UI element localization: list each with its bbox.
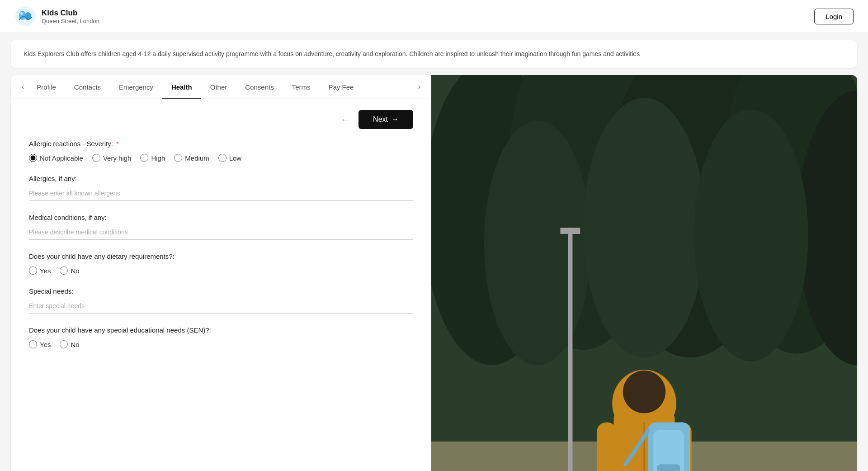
tabs-list: Profile Contacts Emergency Health Other … [28, 75, 414, 99]
dietary-section: Does your child have any dietary require… [29, 252, 413, 275]
severity-not-applicable[interactable]: Not Applicable [29, 154, 83, 162]
svg-rect-17 [568, 228, 572, 471]
severity-radio-group: Not Applicable Very high High Medium [29, 154, 413, 162]
severity-low-radio[interactable] [218, 154, 226, 162]
severity-low-label: Low [229, 154, 242, 162]
tab-profile[interactable]: Profile [28, 75, 65, 99]
dietary-yes-radio[interactable] [29, 266, 37, 275]
svg-point-12 [583, 98, 705, 358]
dietary-no-label: No [71, 267, 79, 275]
tab-pay-fee[interactable]: Pay Fee [320, 75, 363, 99]
tab-terms[interactable]: Terms [283, 75, 320, 99]
severity-very-high-radio[interactable] [92, 154, 100, 162]
right-panel [431, 75, 857, 471]
main-container: ‹ Profile Contacts Emergency Health Othe… [11, 75, 857, 471]
severity-not-applicable-label: Not Applicable [40, 154, 83, 162]
sen-label: Does your child have any special educati… [29, 326, 413, 334]
left-panel: ‹ Profile Contacts Emergency Health Othe… [11, 75, 431, 471]
logo-area: Kids Club Queen Street, London [14, 5, 99, 27]
form-area: ← Next → Allergic reactions - Severity: … [11, 99, 431, 471]
severity-medium-radio[interactable] [174, 154, 182, 162]
form-nav-row: ← Next → [29, 110, 413, 129]
svg-rect-23 [597, 423, 617, 471]
dietary-yes[interactable]: Yes [29, 266, 51, 275]
severity-not-applicable-radio[interactable] [29, 154, 37, 162]
severity-medium-label: Medium [185, 154, 209, 162]
special-needs-section: Special needs: [29, 287, 413, 314]
severity-medium[interactable]: Medium [174, 154, 209, 162]
severity-very-high[interactable]: Very high [92, 154, 132, 162]
dietary-yes-label: Yes [40, 267, 51, 275]
app-logo-icon [14, 5, 36, 27]
tabs-container: ‹ Profile Contacts Emergency Health Othe… [11, 75, 431, 99]
tab-consents[interactable]: Consents [236, 75, 283, 99]
svg-point-11 [484, 121, 591, 365]
dietary-no-radio[interactable] [60, 266, 68, 275]
forest-svg [431, 75, 857, 471]
dietary-radio-group: Yes No [29, 266, 413, 275]
tab-emergency[interactable]: Emergency [110, 75, 162, 99]
severity-high[interactable]: High [140, 154, 165, 162]
next-arrow-icon: → [392, 115, 399, 124]
allergic-severity-label: Allergic reactions - Severity: * [29, 140, 413, 147]
special-needs-input[interactable] [29, 299, 413, 314]
banner: Kids Explorers Club offers children aged… [11, 40, 857, 68]
severity-low[interactable]: Low [218, 154, 242, 162]
severity-high-label: High [151, 154, 165, 162]
svg-point-13 [694, 109, 808, 362]
tabs-next-arrow[interactable]: › [415, 79, 424, 95]
dietary-label: Does your child have any dietary require… [29, 252, 413, 260]
app-subtitle: Queen Street, London [42, 18, 99, 24]
sen-radio-group: Yes No [29, 340, 413, 348]
app-name: Kids Club [42, 9, 99, 18]
medical-conditions-label: Medical conditions, if any: [29, 214, 413, 221]
special-needs-label: Special needs: [29, 287, 413, 295]
banner-text: Kids Explorers Club offers children aged… [24, 50, 640, 57]
required-indicator: * [116, 140, 119, 147]
allergic-severity-section: Allergic reactions - Severity: * Not App… [29, 140, 413, 162]
header: Kids Club Queen Street, London Login [0, 0, 868, 33]
svg-point-21 [623, 371, 665, 413]
allergies-section: Allergies, if any: [29, 175, 413, 201]
sen-section: Does your child have any special educati… [29, 326, 413, 348]
allergies-label: Allergies, if any: [29, 175, 413, 182]
severity-very-high-label: Very high [103, 154, 132, 162]
login-button[interactable]: Login [814, 9, 854, 24]
allergies-input[interactable] [29, 186, 413, 201]
tab-other[interactable]: Other [201, 75, 236, 99]
medical-conditions-section: Medical conditions, if any: [29, 214, 413, 240]
tabs-prev-arrow[interactable]: ‹ [18, 79, 28, 95]
sen-no-radio[interactable] [60, 340, 68, 348]
forest-image [431, 75, 857, 471]
sen-yes-radio[interactable] [29, 340, 37, 348]
next-button-label: Next [373, 115, 388, 124]
svg-point-3 [20, 12, 23, 15]
back-button[interactable]: ← [337, 113, 353, 127]
svg-rect-18 [560, 228, 580, 233]
svg-rect-31 [657, 464, 680, 471]
tab-contacts[interactable]: Contacts [65, 75, 110, 99]
sen-yes[interactable]: Yes [29, 340, 51, 348]
dietary-no[interactable]: No [60, 266, 79, 275]
severity-high-radio[interactable] [140, 154, 148, 162]
next-button[interactable]: Next → [359, 110, 413, 129]
sen-no[interactable]: No [60, 340, 79, 348]
sen-no-label: No [71, 341, 79, 348]
header-text: Kids Club Queen Street, London [42, 9, 99, 24]
sen-yes-label: Yes [40, 341, 51, 348]
tab-health[interactable]: Health [162, 75, 201, 99]
medical-conditions-input[interactable] [29, 225, 413, 240]
